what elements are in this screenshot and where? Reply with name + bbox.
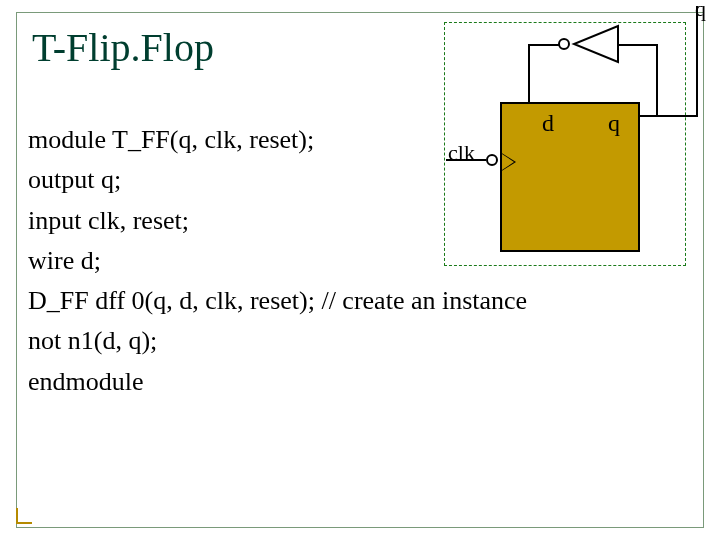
wire-feedback-v bbox=[656, 44, 658, 117]
label-q: q bbox=[608, 110, 620, 137]
page-title: T-Flip.Flop bbox=[32, 24, 214, 71]
code-line: input clk, reset; bbox=[28, 206, 189, 235]
clk-edge-fill bbox=[502, 154, 514, 170]
clk-bubble-icon bbox=[486, 154, 498, 166]
wire-q-out-h bbox=[640, 115, 698, 117]
d-flip-flop-block: d q bbox=[500, 102, 640, 252]
label-clk: clk bbox=[448, 140, 475, 166]
corner-tick-icon bbox=[16, 508, 32, 524]
wire-q-out-v bbox=[696, 6, 698, 117]
code-line: not n1(d, q); bbox=[28, 326, 157, 355]
code-line: endmodule bbox=[28, 367, 144, 396]
svg-marker-0 bbox=[574, 26, 618, 62]
code-line: module T_FF(q, clk, reset); bbox=[28, 125, 314, 154]
code-line: output q; bbox=[28, 165, 121, 194]
code-line: D_FF dff 0(q, d, clk, reset); // create … bbox=[28, 286, 527, 315]
wire-d-h1 bbox=[528, 44, 560, 46]
label-d: d bbox=[542, 110, 554, 137]
code-line: wire d; bbox=[28, 246, 101, 275]
slide: q T-Flip.Flop module T_FF(q, clk, reset)… bbox=[0, 0, 720, 540]
wire-d-v bbox=[528, 44, 530, 104]
wire-feedback-h bbox=[616, 44, 658, 46]
